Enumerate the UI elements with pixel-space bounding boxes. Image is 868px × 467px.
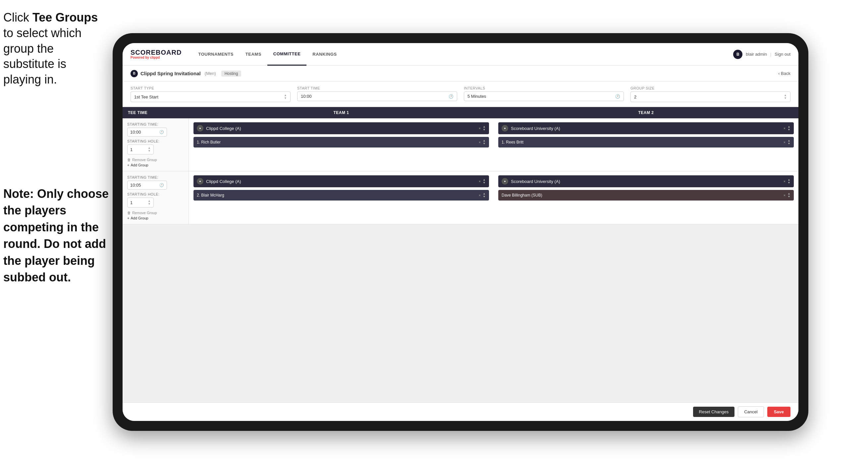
player-card-1-2[interactable]: 2. Blair McHarg × ▲▼ (193, 190, 489, 201)
team2-card-1[interactable]: ● Scoreboard University (A) × ▲▼ (498, 122, 794, 134)
th-team2: Team 2 (494, 107, 799, 118)
hole-stepper-2: ▲▼ (148, 200, 151, 205)
start-type-field: Start Type 1st Tee Start ▲▼ (130, 86, 290, 102)
nav-teams[interactable]: TEAMS (240, 43, 267, 66)
starting-time-label-1: STARTING TIME: (127, 122, 184, 126)
nav-username: blair admin (746, 52, 767, 57)
cancel-button[interactable]: Cancel (738, 406, 764, 417)
starting-hole-input-2[interactable]: 1 ▲▼ (127, 198, 154, 207)
group-size-label: Group Size (630, 86, 790, 90)
starting-time-input-1[interactable]: 10:00 🕐 (127, 127, 167, 137)
x-icon-g2t2: × (783, 179, 785, 183)
team2-stepper-1: ▲▼ (787, 125, 790, 131)
add-group-btn-1[interactable]: + Add Group (127, 163, 184, 167)
nav-committee[interactable]: COMMITTEE (267, 43, 307, 66)
team1-card-left-1: ● Clippd College (A) (197, 125, 241, 132)
team1-cell-1: ● Clippd College (A) × ▲▼ 1. Rich Butler… (189, 118, 494, 171)
team2-stepper-2: ▲▼ (787, 178, 790, 184)
scoreboard-logo: SCOREBOARD Powered by clippd (130, 49, 182, 59)
player2-actions-2: × ▲▼ (783, 192, 790, 198)
team2-card-right-1: × ▲▼ (783, 125, 790, 131)
remove-group-btn-2[interactable]: 🗑 Remove Group (127, 211, 184, 215)
logo-main-text: SCOREBOARD (130, 49, 182, 56)
group-left-2: STARTING TIME: 10:05 🕐 STARTING HOLE: 1 … (123, 171, 189, 224)
tablet-screen: SCOREBOARD Powered by clippd TOURNAMENTS… (123, 43, 799, 421)
team2-card-right-2: × ▲▼ (783, 178, 790, 184)
team1-card-right-2: × ▲▼ (479, 178, 486, 184)
team1-stepper-1: ▲▼ (483, 125, 486, 131)
tournament-name: Clippd Spring Invitational (141, 70, 201, 76)
team1-card-right-1: × ▲▼ (479, 125, 486, 131)
group-actions-1: 🗑 Remove Group + Add Group (127, 158, 184, 167)
nav-avatar: B (733, 50, 742, 59)
hole-stepper-1: ▲▼ (148, 146, 151, 152)
player1-stepper-2: ▲▼ (483, 192, 486, 198)
sub-header-left: B Clippd Spring Invitational (Men) Hosti… (130, 70, 241, 77)
player-x-icon: × (479, 140, 481, 144)
sub-header: B Clippd Spring Invitational (Men) Hosti… (123, 66, 799, 82)
th-tee-time: Tee Time (123, 107, 189, 118)
add-group-btn-2[interactable]: + Add Group (127, 216, 184, 220)
team1-icon-2: ● (197, 178, 204, 185)
group-size-field: Group Size 2 ▲▼ (630, 86, 790, 102)
player2-actions-1: × ▲▼ (783, 139, 790, 145)
start-time-label: Start Time (297, 86, 457, 90)
time-icon-1: 🕐 (159, 130, 164, 134)
intervals-label: Intervals (464, 86, 624, 90)
group-left-1: STARTING TIME: 10:00 🕐 STARTING HOLE: 1 … (123, 118, 189, 171)
reset-changes-button[interactable]: Reset Changes (693, 407, 735, 417)
nav-right: B blair admin | Sign out (733, 50, 790, 59)
tablet-device: SCOREBOARD Powered by clippd TOURNAMENTS… (113, 33, 808, 431)
starting-time-label-2: STARTING TIME: (127, 175, 184, 179)
nav-tournaments[interactable]: TOURNAMENTS (192, 43, 239, 66)
starting-hole-input-1[interactable]: 1 ▲▼ (127, 145, 154, 154)
nav-rankings[interactable]: RANKINGS (306, 43, 343, 66)
x-icon-team2: × (783, 126, 785, 130)
intervals-input[interactable]: 5 Minutes 🕐 (464, 91, 624, 101)
player-card-2-2[interactable]: Dave Billingham (SUB) × ▲▼ (498, 190, 794, 201)
instruction-text: Click Tee Groups to select which group t… (3, 10, 103, 88)
group-size-stepper: ▲▼ (784, 94, 787, 100)
hosting-badge: Hosting (221, 70, 242, 77)
player2-x-icon-2: × (783, 193, 785, 197)
group-row-1: STARTING TIME: 10:00 🕐 STARTING HOLE: 1 … (123, 118, 799, 171)
team1-card-1[interactable]: ● Clippd College (A) × ▲▼ (193, 122, 489, 134)
player1-actions-2: × ▲▼ (479, 192, 486, 198)
team2-cell-2: ● Scoreboard University (A) × ▲▼ Dave Bi… (494, 171, 799, 224)
team2-cell-1: ● Scoreboard University (A) × ▲▼ 1. Rees… (494, 118, 799, 171)
team1-icon-1: ● (197, 125, 204, 132)
trash-icon-2: 🗑 (127, 211, 131, 215)
x-icon-1: × (479, 126, 481, 130)
nav-links: TOURNAMENTS TEAMS COMMITTEE RANKINGS (192, 43, 733, 66)
group-actions-2: 🗑 Remove Group + Add Group (127, 211, 184, 220)
team2-icon-2: ● (502, 178, 508, 185)
group-size-input[interactable]: 2 ▲▼ (630, 91, 790, 102)
table-header: Tee Time Team 1 Team 2 (123, 107, 799, 118)
note-text: Note: Only choose the players competing … (3, 185, 109, 286)
team2-card-left-2: ● Scoreboard University (A) (502, 178, 560, 185)
clock-icon: 🕐 (448, 94, 454, 99)
player2-stepper-2: ▲▼ (787, 192, 790, 198)
team1-cell-2: ● Clippd College (A) × ▲▼ 2. Blair McHar… (189, 171, 494, 224)
player1-actions-1: × ▲▼ (479, 139, 486, 145)
start-type-input[interactable]: 1st Tee Start ▲▼ (130, 91, 290, 102)
team2-card-2[interactable]: ● Scoreboard University (A) × ▲▼ (498, 175, 794, 187)
remove-group-btn-1[interactable]: 🗑 Remove Group (127, 158, 184, 162)
save-button[interactable]: Save (767, 407, 790, 417)
team2-card-left-1: ● Scoreboard University (A) (502, 125, 560, 132)
top-nav: SCOREBOARD Powered by clippd TOURNAMENTS… (123, 43, 799, 66)
team2-icon-1: ● (502, 125, 508, 132)
sub-badge: B (130, 70, 138, 77)
intervals-field: Intervals 5 Minutes 🕐 (464, 86, 624, 102)
logo-sub-text: Powered by clippd (130, 56, 182, 59)
start-time-input[interactable]: 10:00 🕐 (297, 91, 457, 101)
back-button[interactable]: ‹ Back (778, 71, 790, 76)
player-card-1-1[interactable]: 1. Rich Butler × ▲▼ (193, 137, 489, 147)
sign-out-link[interactable]: Sign out (775, 52, 790, 57)
th-team1: Team 1 (189, 107, 494, 118)
time-icon-2: 🕐 (159, 183, 164, 187)
player-card-2-1[interactable]: 1. Rees Britt × ▲▼ (498, 137, 794, 147)
starting-time-input-2[interactable]: 10:05 🕐 (127, 181, 167, 189)
player2-stepper: ▲▼ (787, 139, 790, 145)
team1-card-2[interactable]: ● Clippd College (A) × ▲▼ (193, 175, 489, 187)
